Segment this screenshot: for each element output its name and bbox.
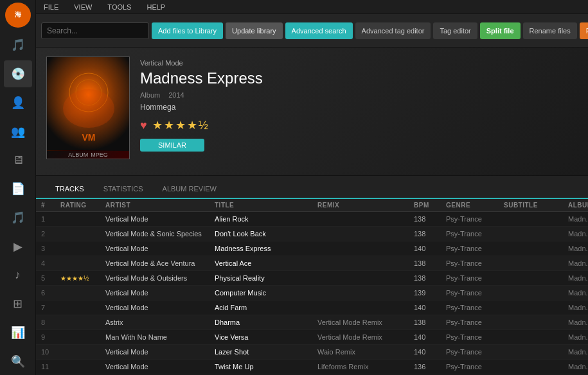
album-header: VM ALBUM MPEG Vertical Mode Madness Expr… <box>36 48 588 176</box>
track-remix: Vertical Mode Remix <box>317 318 414 326</box>
track-title: Twist Me Up <box>215 363 317 371</box>
grid-icon[interactable]: ⊞ <box>4 290 32 318</box>
track-rating: ★★★★½ <box>60 275 105 282</box>
track-num: 4 <box>41 259 60 267</box>
track-num: 7 <box>41 304 60 311</box>
track-album: Madn... <box>568 333 588 341</box>
track-artist: Vertical Mode <box>105 348 215 356</box>
table-row[interactable]: 6 Vertical Mode Computer Music 139 Psy-T… <box>36 286 588 301</box>
file-menu[interactable]: FILE <box>41 3 61 11</box>
tools-menu[interactable]: TOOLS <box>105 3 134 11</box>
track-title: Alien Rock <box>215 215 317 223</box>
track-album: Madn... <box>568 245 588 252</box>
tracks-list: 1 Vertical Mode Alien Rock 138 Psy-Tranc… <box>36 212 588 374</box>
track-artist: Vertical Mode <box>105 215 215 223</box>
heart-icon[interactable]: ♥ <box>140 119 147 132</box>
track-artist: Vertical Mode & Sonic Species <box>105 230 215 238</box>
audio-file-icon[interactable]: 🎵 <box>4 204 32 231</box>
mpeg-label: MPEG <box>91 152 108 158</box>
album-icon[interactable]: 💿 <box>4 60 32 88</box>
advanced-search-button[interactable]: Advanced search <box>285 22 353 39</box>
logo-icon[interactable]: 海 <box>5 3 31 28</box>
tab-tracks[interactable]: TRACKS <box>46 180 93 199</box>
track-remix: Vertical Mode Remix <box>317 333 414 341</box>
help-menu[interactable]: HELP <box>144 3 168 11</box>
main-content: FILE VIEW TOOLS HELP Add files to Librar… <box>36 0 588 375</box>
similar-button[interactable]: SIMILAR <box>140 139 204 152</box>
track-album: Madn... <box>568 259 588 267</box>
album-badge: ALBUM MPEG <box>47 151 129 159</box>
search-bottom-icon[interactable]: 🔍 <box>4 347 32 375</box>
col-genre: GENRE <box>446 202 504 209</box>
track-artist: Vertical Mode & Ace Ventura <box>105 259 215 267</box>
track-genre: Psy-Trance <box>446 245 504 252</box>
track-bpm: 138 <box>414 215 446 223</box>
track-remix: Lifeforms Remix <box>317 363 414 371</box>
track-bpm: 140 <box>414 333 446 341</box>
play-icon[interactable]: ▶ <box>4 232 32 260</box>
view-menu[interactable]: VIEW <box>71 3 94 11</box>
top-toolbar: Add files to Library Update library Adva… <box>36 14 588 48</box>
music-library-icon[interactable]: 🎵 <box>4 31 32 59</box>
col-album: ALBUM <box>568 202 588 209</box>
table-row[interactable]: 5 ★★★★½ Vertical Mode & Outsiders Physic… <box>36 271 588 286</box>
track-title: Acid Farm <box>215 304 317 311</box>
artist-icon[interactable]: 👤 <box>4 89 32 116</box>
track-num: 6 <box>41 289 60 297</box>
track-genre: Psy-Trance <box>446 259 504 267</box>
table-row[interactable]: 11 Vertical Mode Twist Me Up Lifeforms R… <box>36 360 588 374</box>
tabs-bar: TRACKS STATISTICS ALBUM REVIEW <box>36 176 588 199</box>
track-title: Computer Music <box>215 289 317 297</box>
rename-files-button[interactable]: Rename files <box>523 22 577 39</box>
menu-bar: FILE VIEW TOOLS HELP <box>36 0 588 14</box>
track-num: 9 <box>41 333 60 341</box>
svg-point-3 <box>63 89 114 128</box>
table-row[interactable]: 2 Vertical Mode & Sonic Species Don't Lo… <box>36 227 588 241</box>
music-note-icon[interactable]: ♪ <box>4 261 32 289</box>
svg-text:VM: VM <box>82 132 96 143</box>
table-row[interactable]: 9 Man With No Name Vice Versa Vertical M… <box>36 330 588 345</box>
track-bpm: 138 <box>414 230 446 238</box>
col-bpm: BPM <box>414 202 446 209</box>
track-album: Madn... <box>568 215 588 223</box>
add-files-button[interactable]: Add files to Library <box>152 22 223 39</box>
star-rating[interactable]: ★★★★½ <box>152 118 209 132</box>
track-title: Vice Versa <box>215 333 317 341</box>
album-type: Album <box>140 91 160 99</box>
advanced-tag-editor-button[interactable]: Advanced tag editor <box>355 22 431 39</box>
track-album: Madn... <box>568 289 588 297</box>
table-row[interactable]: 1 Vertical Mode Alien Rock 138 Psy-Tranc… <box>36 212 588 227</box>
col-remix: REMIX <box>317 202 414 209</box>
file-sync-button[interactable]: File synchrono... <box>580 22 588 39</box>
col-title: TITLE <box>215 202 317 209</box>
track-genre: Psy-Trance <box>446 348 504 356</box>
group-icon[interactable]: 👥 <box>4 118 32 145</box>
update-library-button[interactable]: Update library <box>226 22 282 39</box>
album-year: 2014 <box>168 91 184 99</box>
track-num: 8 <box>41 318 60 326</box>
tab-statistics[interactable]: STATISTICS <box>94 180 152 199</box>
table-row[interactable]: 4 Vertical Mode & Ace Ventura Vertical A… <box>36 256 588 271</box>
col-rating: RATING <box>60 202 105 209</box>
monitor-icon[interactable]: 🖥 <box>4 146 32 174</box>
track-bpm: 140 <box>414 245 446 252</box>
search-input[interactable] <box>41 22 149 39</box>
tab-album-review[interactable]: ALBUM REVIEW <box>154 180 226 199</box>
table-row[interactable]: 7 Vertical Mode Acid Farm 140 Psy-Trance… <box>36 301 588 315</box>
track-bpm: 138 <box>414 274 446 282</box>
table-row[interactable]: 10 Vertical Mode Lazer Shot Waio Remix 1… <box>36 345 588 360</box>
sidebar: 海 🎵 💿 👤 👥 🖥 📄 🎵 ▶ ♪ ⊞ 📊 🔍 <box>0 0 36 375</box>
track-title: Vertical Ace <box>215 259 317 267</box>
col-artist: ARTIST <box>105 202 215 209</box>
track-artist: Vertical Mode <box>105 363 215 371</box>
album-meta: Album 2014 <box>140 91 578 99</box>
document-icon[interactable]: 📄 <box>4 175 32 203</box>
table-row[interactable]: 3 Vertical Mode Madness Express 140 Psy-… <box>36 241 588 256</box>
chart-icon[interactable]: 📊 <box>4 319 32 347</box>
track-genre: Psy-Trance <box>446 215 504 223</box>
split-file-button[interactable]: Split file <box>480 22 521 39</box>
track-genre: Psy-Trance <box>446 230 504 238</box>
track-num: 1 <box>41 215 60 223</box>
table-row[interactable]: 8 Astrix Dharma Vertical Mode Remix 138 … <box>36 315 588 330</box>
tag-editor-button[interactable]: Tag editor <box>433 22 477 39</box>
